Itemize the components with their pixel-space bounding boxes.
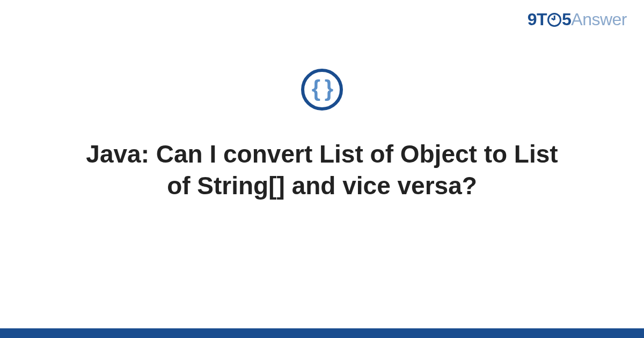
brand-text-answer: Answer	[571, 10, 627, 29]
brand-text-5: 5	[562, 10, 571, 29]
content-area: { } Java: Can I convert List of Object t…	[0, 69, 644, 202]
clock-icon	[547, 13, 561, 27]
brand-logo: 9T5Answer	[528, 10, 627, 30]
code-braces-icon: { }	[312, 77, 332, 100]
topic-badge: { }	[301, 69, 343, 111]
question-title: Java: Can I convert List of Object to Li…	[54, 138, 590, 202]
footer-bar	[0, 328, 644, 338]
brand-text-9t: 9T	[528, 10, 547, 29]
